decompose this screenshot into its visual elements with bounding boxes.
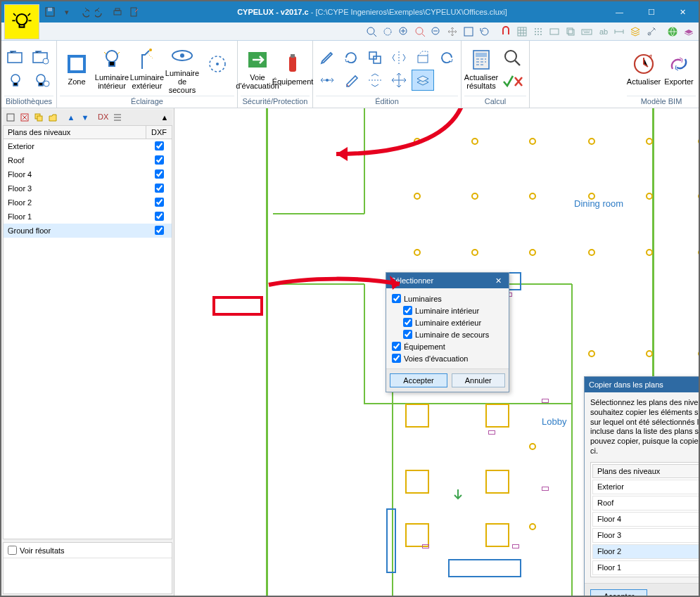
- zoom-out-icon[interactable]: [429, 25, 443, 39]
- undo-icon[interactable]: [77, 6, 90, 18]
- minimize-button[interactable]: —: [604, 2, 635, 22]
- copy-row[interactable]: Floor 4: [592, 512, 699, 527]
- copy-row[interactable]: Exterior: [592, 480, 699, 494]
- chk-luminaires[interactable]: [392, 294, 401, 303]
- redo-icon[interactable]: [94, 6, 107, 18]
- pan-icon[interactable]: [445, 25, 459, 39]
- lib-folder-2-icon[interactable]: [30, 47, 52, 68]
- check-cross-icon[interactable]: [499, 72, 526, 91]
- sb-down-icon[interactable]: ▼: [79, 111, 91, 124]
- zoom-window-icon[interactable]: [381, 25, 395, 39]
- chk-lum-int[interactable]: [403, 306, 412, 315]
- about-icon[interactable]: [682, 25, 696, 39]
- zoom-extents-icon[interactable]: [364, 25, 378, 39]
- level-dxf-checkbox[interactable]: [155, 184, 164, 193]
- zone-button[interactable]: Zone: [60, 51, 94, 87]
- level-dxf-checkbox[interactable]: [155, 141, 164, 150]
- level-dxf-checkbox[interactable]: [155, 226, 164, 235]
- chk-voies[interactable]: [392, 354, 401, 363]
- layers-1-icon[interactable]: [547, 25, 561, 39]
- sb-delete-icon[interactable]: [18, 111, 31, 124]
- lib-folder-1-icon[interactable]: [4, 47, 27, 68]
- select-cancel-button[interactable]: Annuler: [452, 373, 505, 387]
- sb-dxf-icon[interactable]: DXF: [97, 111, 110, 124]
- edit-mirror-v-icon[interactable]: [388, 47, 410, 68]
- eclairage-extra-button[interactable]: [201, 51, 234, 87]
- luminaire-secours-button[interactable]: Luminaire de secours: [165, 42, 199, 96]
- chk-lum-ext[interactable]: [403, 318, 412, 327]
- level-row[interactable]: Floor 2: [4, 195, 172, 210]
- keyboard-icon[interactable]: [580, 25, 594, 39]
- chk-equip[interactable]: [392, 342, 401, 351]
- zoom-in-icon[interactable]: [397, 25, 411, 39]
- settings-icon[interactable]: [644, 25, 658, 39]
- dropdown-icon[interactable]: ▾: [61, 6, 73, 18]
- copy-accept-button[interactable]: Accepter: [590, 589, 647, 596]
- copy-row[interactable]: Floor 2: [592, 544, 699, 559]
- fit-icon[interactable]: [462, 25, 476, 39]
- copy-dialog-title[interactable]: Copier dans les plans ✕: [585, 377, 699, 392]
- help-icon[interactable]: [666, 25, 680, 39]
- equipement-button[interactable]: Équipement: [276, 51, 310, 87]
- edit-scale-icon[interactable]: [412, 47, 434, 68]
- level-row[interactable]: Floor 3: [4, 181, 172, 195]
- grid-on-icon[interactable]: [515, 25, 529, 39]
- grid-dots-icon[interactable]: [531, 25, 545, 39]
- select-dialog-title[interactable]: Sélectionner ✕: [386, 273, 509, 288]
- level-row[interactable]: Exterior: [4, 139, 172, 153]
- edit-copy-plans-icon[interactable]: [412, 70, 434, 91]
- exporter-bim-button[interactable]: Exporter: [662, 51, 696, 87]
- select-dialog-close[interactable]: ✕: [492, 274, 504, 287]
- loupe-icon[interactable]: [499, 46, 526, 70]
- level-row[interactable]: Roof: [4, 153, 172, 167]
- level-dxf-checkbox[interactable]: [155, 198, 164, 207]
- edit-move-h-icon[interactable]: [316, 70, 338, 91]
- level-dxf-checkbox[interactable]: [155, 169, 164, 179]
- level-dxf-checkbox[interactable]: [155, 212, 164, 221]
- luminaire-exterieur-button[interactable]: Luminaire extérieur: [130, 46, 164, 91]
- sb-list-icon[interactable]: [111, 111, 124, 124]
- level-row[interactable]: Floor 4: [4, 167, 172, 181]
- layers-2-icon[interactable]: [564, 25, 578, 39]
- sb-new-icon[interactable]: [4, 111, 17, 124]
- copy-row[interactable]: Floor 1: [592, 560, 699, 575]
- luminaire-interieur-button[interactable]: Luminaire intérieur: [95, 46, 129, 91]
- lib-bulb-2-icon[interactable]: [30, 70, 52, 91]
- level-row[interactable]: Floor 1: [4, 210, 172, 224]
- save-icon[interactable]: [44, 6, 56, 18]
- edit-rotate-icon[interactable]: [340, 47, 362, 68]
- export-page-icon[interactable]: [128, 6, 141, 18]
- close-button[interactable]: ✕: [667, 2, 699, 22]
- voir-resultats-checkbox[interactable]: [8, 546, 17, 555]
- sb-open-icon[interactable]: [46, 111, 59, 124]
- actualiser-bim-button[interactable]: Actualiser: [627, 51, 661, 87]
- dimension-icon[interactable]: [612, 25, 626, 39]
- lib-bulb-1-icon[interactable]: [4, 70, 27, 91]
- edit-mirror-h-icon[interactable]: [364, 70, 386, 91]
- sb-collapse-icon[interactable]: ▲: [158, 111, 171, 124]
- maximize-button[interactable]: ☐: [635, 2, 667, 22]
- copy-row[interactable]: Floor 3: [592, 528, 699, 543]
- text-icon[interactable]: ab: [596, 25, 610, 39]
- layers-icon[interactable]: [628, 25, 642, 39]
- edit-move-all-icon[interactable]: [388, 70, 410, 91]
- copy-table: Plans des niveaux Copier ExteriorRoofFlo…: [590, 462, 699, 577]
- select-accept-button[interactable]: Accepter: [390, 373, 447, 387]
- print-icon[interactable]: [111, 6, 124, 18]
- level-row[interactable]: Ground floor: [4, 224, 172, 238]
- zoom-previous-icon[interactable]: [413, 25, 427, 39]
- level-dxf-checkbox[interactable]: [155, 155, 164, 165]
- actualiser-resultats-button[interactable]: Actualiser résultats: [464, 46, 498, 91]
- edit-erase-icon[interactable]: [340, 70, 362, 91]
- snap-icon[interactable]: [499, 25, 513, 39]
- edit-pencil-icon[interactable]: [316, 47, 338, 68]
- sb-up-icon[interactable]: ▲: [65, 111, 77, 124]
- redisplay-icon[interactable]: [478, 25, 492, 39]
- copy-row[interactable]: Roof: [592, 496, 699, 511]
- canvas[interactable]: Dining room Lobby Sélectionner ✕ Luminai…: [174, 108, 699, 596]
- edit-copy-icon[interactable]: [364, 47, 386, 68]
- chk-lum-sec[interactable]: [403, 330, 412, 339]
- sb-copy-icon[interactable]: [32, 111, 45, 124]
- edit-rotate-right-icon[interactable]: [435, 47, 458, 68]
- voie-evacuation-button[interactable]: Voie d'évacuation: [241, 46, 274, 91]
